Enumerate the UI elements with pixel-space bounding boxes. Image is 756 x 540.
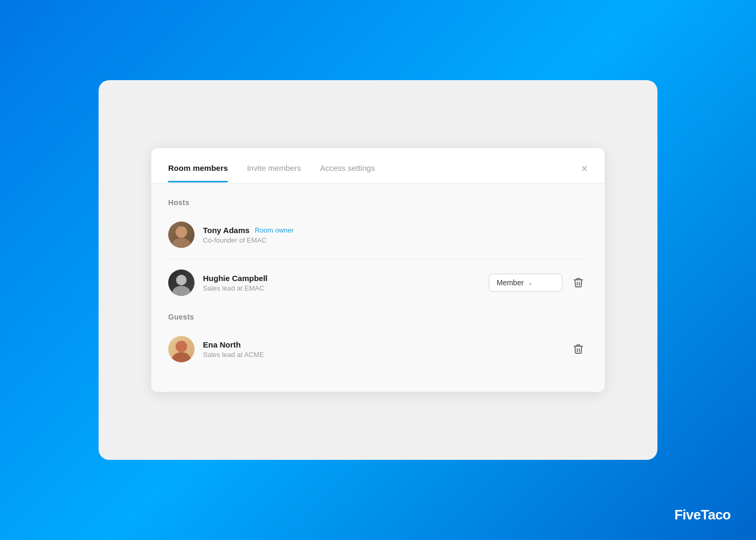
guests-section-label: Guests: [168, 313, 588, 321]
member-info-hughie: Hughie Campbell Sales lead at EMAC: [203, 274, 489, 292]
role-select-value-hughie: Member: [497, 278, 524, 287]
member-name-tony: Tony Adams: [203, 226, 249, 235]
member-name-hughie: Hughie Campbell: [203, 274, 268, 283]
delete-button-hughie[interactable]: [569, 273, 588, 292]
tab-invite-members[interactable]: Invite members: [247, 163, 301, 182]
member-actions-hughie: Member ⌄: [489, 273, 588, 292]
member-row-hughie-campbell: Hughie Campbell Sales lead at EMAC Membe…: [168, 263, 588, 302]
chevron-down-icon: ⌄: [528, 279, 555, 286]
role-badge-tony: Room owner: [255, 226, 294, 234]
member-subtitle-ena: Sales lead at ACME: [203, 351, 569, 359]
trash-icon-ena: [574, 344, 583, 354]
member-info-tony-adams: Tony Adams Room owner Co-founder of EMAC: [203, 226, 588, 244]
member-subtitle-tony: Co-founder of EMAC: [203, 236, 588, 244]
hosts-section-label: Hosts: [168, 198, 588, 207]
avatar-ena-north: [168, 336, 195, 362]
avatar-hughie-campbell: [168, 269, 195, 296]
member-name-row-tony: Tony Adams Room owner: [203, 226, 588, 235]
member-name-row-hughie: Hughie Campbell: [203, 274, 489, 283]
guests-section: Guests Ena North Sales lead at ACME: [168, 313, 588, 369]
outer-card: Room members Invite members Access setti…: [99, 80, 657, 460]
role-select-hughie[interactable]: Member ⌄: [489, 274, 563, 292]
member-name-ena: Ena North: [203, 340, 241, 349]
modal-body: Hosts Tony Adams Room owner Co-founder o…: [151, 184, 605, 392]
member-row-ena-north: Ena North Sales lead at ACME: [168, 330, 588, 369]
tab-access-settings[interactable]: Access settings: [320, 163, 375, 182]
trash-icon: [574, 277, 583, 288]
member-name-row-ena: Ena North: [203, 340, 569, 349]
modal-header: Room members Invite members Access setti…: [151, 148, 605, 184]
member-info-ena: Ena North Sales lead at ACME: [203, 340, 569, 359]
member-subtitle-hughie: Sales lead at EMAC: [203, 284, 489, 292]
modal-dialog: Room members Invite members Access setti…: [151, 148, 605, 392]
divider-tony-hughie: [168, 258, 588, 259]
avatar-tony-adams: [168, 221, 195, 248]
delete-button-ena[interactable]: [569, 340, 588, 359]
brand-logo: FiveTaco: [674, 507, 731, 523]
member-row-tony-adams: Tony Adams Room owner Co-founder of EMAC: [168, 215, 588, 254]
hosts-section: Hosts Tony Adams Room owner Co-founder o…: [168, 198, 588, 302]
member-actions-ena: [569, 340, 588, 359]
close-button[interactable]: ×: [581, 163, 588, 183]
tab-room-members[interactable]: Room members: [168, 163, 228, 182]
